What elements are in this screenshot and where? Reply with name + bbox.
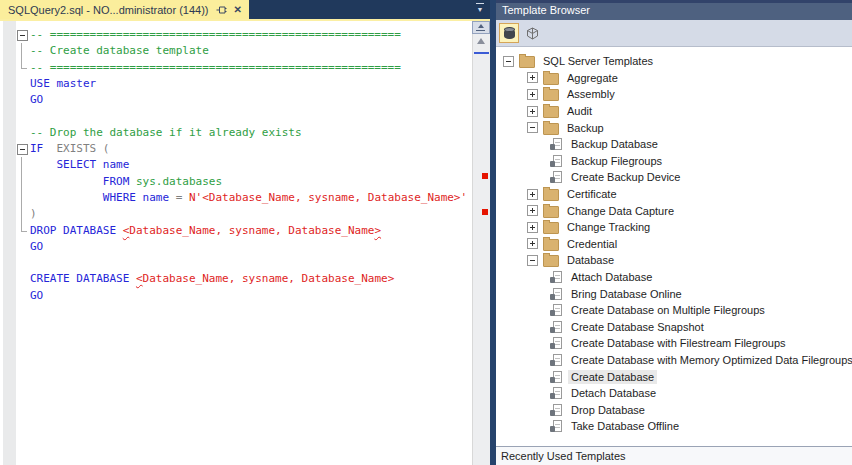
code-token: sys.databases [129, 174, 222, 190]
code-token: FROM [103, 174, 130, 190]
tree-item-label: Detach Database [568, 386, 659, 400]
tree-item-sql-server-templates[interactable]: SQL Server Templates [496, 53, 852, 70]
tree-item-backup[interactable]: Backup [496, 119, 852, 136]
template-document-icon [553, 354, 562, 366]
code-token: = [176, 190, 189, 206]
document-list-chevron-icon[interactable]: ▼ [476, 3, 484, 13]
tree-item-database[interactable]: Database [496, 252, 852, 269]
tree-item-create-database-with-memory-optimized-data-filegroups[interactable]: Create Database with Memory Optimized Da… [496, 352, 852, 369]
code-editor[interactable]: -- =====================================… [0, 21, 490, 465]
tree-item-change-tracking[interactable]: Change Tracking [496, 219, 852, 236]
template-document-icon [553, 304, 562, 316]
code-token: USE master [30, 76, 96, 92]
scroll-up-arrow-icon[interactable] [477, 38, 485, 44]
tree-item-drop-database[interactable]: Drop Database [496, 401, 852, 418]
template-document-icon [553, 404, 562, 416]
code-line [0, 108, 472, 124]
tree-item-attach-database[interactable]: Attach Database [496, 269, 852, 286]
tree-item-bring-database-online[interactable]: Bring Database Online [496, 285, 852, 302]
template-document-icon [553, 337, 562, 349]
code-token: -- =====================================… [30, 27, 401, 43]
tree-item-backup-filegroups[interactable]: Backup Filegroups [496, 153, 852, 170]
document-tab-strip: SQLQuery2.sql - NO...dministrator (144))… [0, 0, 490, 21]
expand-icon[interactable] [527, 205, 538, 216]
expand-icon[interactable] [527, 189, 538, 200]
collapse-icon[interactable] [503, 56, 514, 67]
vertical-scrollbar[interactable] [472, 21, 490, 465]
code-token: -- =====================================… [30, 60, 401, 76]
panel-title[interactable]: Template Browser [496, 0, 852, 20]
folder-icon [543, 89, 559, 101]
fold-collapse-toggle[interactable] [0, 141, 30, 157]
code-token: GO [30, 288, 43, 304]
split-window-gripper[interactable] [472, 21, 490, 34]
code-line [0, 255, 472, 271]
template-document-icon [553, 321, 562, 333]
expand-icon[interactable] [527, 106, 538, 117]
tree-item-create-database[interactable]: Create Database [496, 368, 852, 385]
code-line: GO [0, 239, 472, 255]
tree-item-label: Bring Database Online [568, 287, 685, 301]
pin-icon[interactable] [216, 5, 227, 15]
template-document-icon [553, 271, 562, 283]
tree-item-take-database-offline[interactable]: Take Database Offline [496, 418, 852, 435]
fold-margin [0, 108, 30, 124]
folder-icon [543, 222, 559, 234]
code-token: < [136, 271, 143, 287]
code-line: USE master [0, 76, 472, 92]
scrollbar-error-mark [482, 209, 488, 215]
code-area[interactable]: -- =====================================… [0, 21, 472, 465]
analysis-services-templates-button[interactable] [522, 23, 542, 43]
tree-item-label: Create Database on Multiple Filegroups [568, 303, 768, 317]
code-line: WHERE name = N'<Database_Name, sysname, … [0, 190, 472, 206]
scrollbar-caret-position [474, 52, 489, 54]
fold-margin [0, 125, 30, 141]
tab-sqlquery2[interactable]: SQLQuery2.sql - NO...dministrator (144))… [0, 0, 249, 19]
expand-icon[interactable] [527, 89, 538, 100]
code-line: FROM sys.databases [0, 174, 472, 190]
ssms-window: SQLQuery2.sql - NO...dministrator (144))… [0, 0, 852, 465]
code-token: N'<Database_Name, sysname, Database_Name… [189, 190, 467, 206]
tree-item-backup-database[interactable]: Backup Database [496, 136, 852, 153]
tree-item-assembly[interactable]: Assembly [496, 86, 852, 103]
code-line: CREATE DATABASE <Database_Name, sysname,… [0, 271, 472, 287]
folder-icon [543, 106, 559, 118]
template-document-icon [553, 171, 562, 183]
tree-item-change-data-capture[interactable]: Change Data Capture [496, 202, 852, 219]
code-token: < [123, 223, 130, 239]
code-line: GO [0, 92, 472, 108]
expand-icon[interactable] [527, 238, 538, 249]
fold-margin [0, 206, 30, 222]
tree-item-audit[interactable]: Audit [496, 103, 852, 120]
code-line: IF EXISTS ( [0, 141, 472, 157]
tree-item-label: Database [564, 253, 617, 267]
tree-item-create-database-snapshot[interactable]: Create Database Snapshot [496, 319, 852, 336]
tree-item-label: Certificate [564, 187, 620, 201]
code-token: DROP DATABASE [30, 223, 123, 239]
collapse-icon[interactable] [527, 122, 538, 133]
scrollbar-error-mark [482, 173, 488, 179]
code-token [30, 157, 57, 173]
tree-item-create-database-with-filestream-filegroups[interactable]: Create Database with Filestream Filegrou… [496, 335, 852, 352]
collapse-icon[interactable] [527, 255, 538, 266]
tree-item-label: Backup Filegroups [568, 154, 665, 168]
tree-item-aggregate[interactable]: Aggregate [496, 70, 852, 87]
tree-item-create-backup-device[interactable]: Create Backup Device [496, 169, 852, 186]
expand-icon[interactable] [527, 222, 538, 233]
expand-icon[interactable] [527, 72, 538, 83]
tree-item-certificate[interactable]: Certificate [496, 186, 852, 203]
sql-server-templates-button[interactable] [499, 23, 519, 43]
tree-item-create-database-on-multiple-filegroups[interactable]: Create Database on Multiple Filegroups [496, 302, 852, 319]
code-token: > [374, 223, 381, 239]
close-icon[interactable]: ✕ [234, 5, 242, 15]
tree-item-label: Drop Database [568, 403, 648, 417]
analysis-cube-icon [526, 27, 539, 40]
code-line: ) [0, 206, 472, 222]
fold-collapse-toggle[interactable] [0, 27, 30, 43]
tree-item-detach-database[interactable]: Detach Database [496, 385, 852, 402]
tree-item-label: SQL Server Templates [540, 54, 656, 68]
tree-item-credential[interactable]: Credential [496, 236, 852, 253]
fold-margin [0, 255, 30, 271]
recently-used-templates-header[interactable]: Recently Used Templates [496, 446, 852, 465]
fold-margin [0, 271, 30, 287]
